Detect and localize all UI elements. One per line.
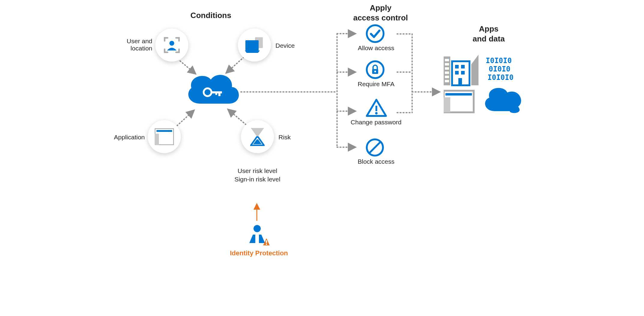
bubble-risk bbox=[241, 120, 274, 153]
svg-rect-30 bbox=[375, 106, 377, 111]
title-apply-access-control: Apply access control bbox=[343, 3, 418, 23]
label-risk-sub: User risk level Sign-in risk level bbox=[227, 167, 287, 184]
svg-point-31 bbox=[375, 112, 378, 114]
identity-protection-icon bbox=[247, 224, 270, 248]
svg-rect-46 bbox=[458, 78, 462, 85]
svg-rect-52 bbox=[444, 97, 450, 112]
svg-rect-44 bbox=[455, 71, 459, 74]
svg-point-53 bbox=[254, 225, 261, 232]
building-icon bbox=[444, 55, 478, 85]
label-identity-protection: Identity Protection bbox=[214, 249, 304, 257]
label-user-location-l1: User and bbox=[127, 38, 152, 44]
svg-rect-37 bbox=[445, 67, 449, 70]
icon-change-password bbox=[366, 99, 387, 119]
svg-rect-51 bbox=[445, 93, 472, 96]
title-apps-and-data: Apps and data bbox=[451, 24, 526, 44]
svg-rect-43 bbox=[461, 65, 465, 68]
label-risk-sub-l2: Sign-in risk level bbox=[235, 176, 281, 183]
svg-point-16 bbox=[169, 41, 174, 46]
svg-rect-18 bbox=[245, 40, 259, 50]
svg-rect-56 bbox=[266, 244, 267, 245]
svg-rect-20 bbox=[156, 130, 172, 132]
binary-data-icon: I0I0I0 0I0I0 I0I0I0 bbox=[486, 56, 514, 82]
svg-text:I0I0I0: I0I0I0 bbox=[488, 73, 514, 82]
svg-rect-55 bbox=[266, 240, 267, 243]
svg-point-26 bbox=[367, 25, 384, 42]
svg-line-2 bbox=[175, 111, 194, 128]
label-block-access: Block access bbox=[343, 158, 409, 165]
user-location-icon bbox=[163, 36, 181, 54]
label-risk: Risk bbox=[278, 134, 308, 141]
svg-rect-54 bbox=[255, 235, 259, 243]
title-apps-line2: and data bbox=[473, 34, 505, 43]
svg-rect-21 bbox=[155, 134, 159, 145]
label-require-mfa: Require MFA bbox=[343, 81, 409, 88]
title-apps-line1: Apps bbox=[479, 24, 499, 33]
svg-rect-24 bbox=[218, 91, 220, 96]
title-apply-line2: access control bbox=[353, 13, 408, 22]
icon-require-mfa bbox=[366, 60, 385, 81]
label-application: Application bbox=[103, 134, 145, 141]
bubble-device bbox=[238, 29, 271, 62]
svg-rect-38 bbox=[445, 71, 449, 74]
icon-block-access bbox=[366, 138, 384, 158]
svg-rect-39 bbox=[445, 76, 449, 78]
window-icon bbox=[444, 91, 474, 112]
block-icon bbox=[366, 138, 384, 157]
label-user-location: User and location bbox=[107, 38, 152, 52]
warning-triangle-icon bbox=[366, 99, 387, 118]
diagram-root: Conditions Apply access control Apps and… bbox=[94, 0, 550, 279]
svg-rect-35 bbox=[445, 59, 449, 61]
checkmark-circle-icon bbox=[366, 24, 385, 43]
hourglass-icon bbox=[250, 127, 265, 146]
bubble-user-location bbox=[155, 29, 188, 62]
svg-rect-36 bbox=[445, 63, 449, 65]
label-device: Device bbox=[275, 42, 311, 49]
bubble-application bbox=[148, 120, 181, 153]
application-icon bbox=[155, 128, 174, 145]
svg-rect-45 bbox=[461, 71, 465, 74]
label-allow-access: Allow access bbox=[343, 44, 409, 52]
svg-line-33 bbox=[369, 142, 381, 153]
cloud-key-icon bbox=[184, 71, 241, 111]
svg-rect-40 bbox=[445, 80, 449, 82]
svg-line-3 bbox=[228, 110, 246, 125]
svg-rect-25 bbox=[215, 91, 217, 95]
svg-text:0I0I0: 0I0I0 bbox=[489, 65, 510, 73]
label-user-location-l2: location bbox=[131, 45, 152, 52]
title-conditions: Conditions bbox=[169, 11, 253, 20]
icon-allow-access bbox=[366, 24, 385, 44]
label-risk-sub-l1: User risk level bbox=[238, 167, 277, 174]
svg-rect-42 bbox=[455, 65, 459, 68]
device-icon bbox=[245, 37, 264, 53]
cloud-icon bbox=[485, 88, 521, 113]
title-apply-line1: Apply bbox=[370, 3, 391, 12]
label-change-password: Change password bbox=[343, 119, 409, 126]
svg-point-29 bbox=[374, 71, 376, 72]
svg-text:I0I0I0: I0I0I0 bbox=[486, 56, 512, 65]
apps-data-cluster: I0I0I0 0I0I0 I0I0I0 bbox=[444, 51, 531, 115]
lock-circle-icon bbox=[366, 60, 385, 79]
